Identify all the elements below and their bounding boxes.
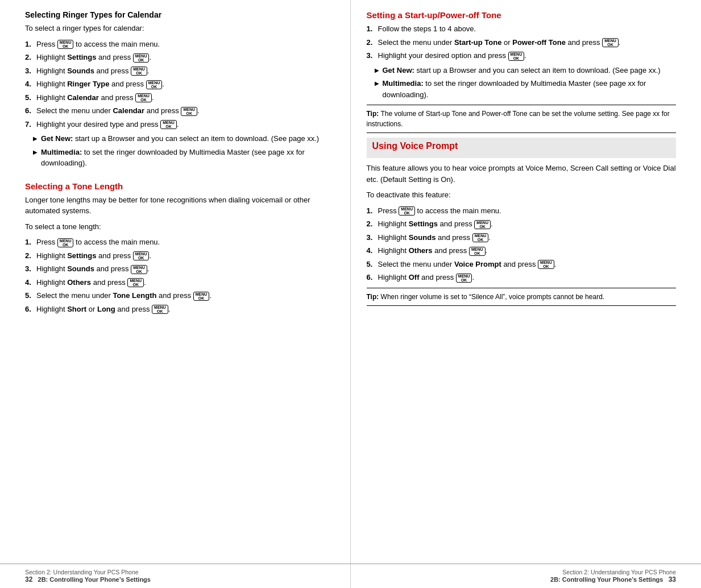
voice-prompt-section: Using Voice Prompt This feature allows y… — [367, 138, 677, 306]
footer-left-page: 32 2B: Controlling Your Phone’s Settings — [25, 575, 151, 583]
footer: Section 2: Understanding Your PCS Phone … — [0, 564, 701, 588]
list-item: 2. Select the menu under Start-up Tone o… — [367, 37, 677, 48]
menu-ok-icon: MENUOK — [469, 247, 486, 256]
tip1-box: Tip: The volume of Start-up Tone and Pow… — [367, 105, 677, 133]
list-item: 1. Press MENUOK to access the main menu. — [25, 237, 334, 248]
list-item: Get New: start up a Browser and you can … — [375, 65, 677, 76]
startup-tone-section: Setting a Start-up/Power-off Tone 1. Fol… — [367, 10, 677, 133]
tone-length-section: Selecting a Tone Length Longer tone leng… — [25, 181, 334, 315]
menu-ok-icon: MENUOK — [193, 292, 210, 301]
footer-left-page-label: 2B: Controlling Your Phone’s Settings — [38, 576, 151, 583]
footer-right-section: Section 2: Understanding Your PCS Phone — [550, 569, 676, 575]
startup-tone-steps: 1. Follow the steps 1 to 4 above. 2. Sel… — [367, 23, 677, 61]
menu-ok-icon: MENUOK — [131, 265, 147, 274]
list-item: 3. Highlight your desired option and pre… — [367, 50, 677, 61]
ringer-types-intro: To select a ringer types for calendar: — [25, 23, 334, 34]
menu-ok-icon: MENUOK — [456, 274, 472, 283]
list-item: 6. Highlight Short or Long and press MEN… — [25, 304, 334, 315]
menu-ok-icon: MENUOK — [127, 278, 144, 287]
list-item: Multimedia: to set the ringer downloaded… — [33, 147, 334, 169]
right-column: Setting a Start-up/Power-off Tone 1. Fol… — [351, 0, 702, 588]
list-item: 1. Press MENUOK to access the main menu. — [25, 39, 334, 50]
list-item: 7. Highlight your desired type and press… — [25, 119, 334, 130]
menu-ok-icon: MENUOK — [602, 38, 619, 47]
voice-prompt-steps: 1. Press MENUOK to access the main menu.… — [367, 205, 677, 283]
voice-prompt-intro2: To deactivate this feature: — [367, 189, 677, 201]
footer-right: Section 2: Understanding Your PCS Phone … — [550, 569, 676, 583]
list-item: 2. Highlight Settings and press MENUOK. — [367, 218, 677, 230]
list-item: 1. Press MENUOK to access the main menu. — [367, 205, 677, 217]
list-item: 1. Follow the steps 1 to 4 above. — [367, 23, 677, 35]
startup-tone-bullets: Get New: start up a Browser and you can … — [375, 65, 677, 101]
list-item: 5. Select the menu under Tone Length and… — [25, 290, 334, 301]
left-column: Selecting Ringer Types for Calendar To s… — [0, 0, 351, 588]
list-item: 6. Select the menu under Calendar and pr… — [25, 105, 334, 117]
menu-ok-icon: MENUOK — [399, 206, 415, 216]
footer-left-section: Section 2: Understanding Your PCS Phone — [25, 569, 151, 575]
ringer-types-bullets: Get New: start up a Browser and you can … — [33, 133, 334, 169]
menu-ok-icon: MENUOK — [146, 80, 163, 89]
ringer-types-section: Selecting Ringer Types for Calendar To s… — [25, 10, 334, 169]
list-item: 5. Select the menu under Voice Prompt an… — [367, 259, 677, 270]
list-item: 3. Highlight Sounds and press MENUOK. — [25, 65, 334, 77]
list-item: 2. Highlight Settings and press MENUOK. — [25, 250, 334, 262]
footer-right-page-num: 33 — [669, 575, 676, 583]
tip2-label: Tip: — [367, 293, 379, 301]
menu-ok-icon: MENUOK — [538, 260, 554, 269]
footer-left-page-num: 32 — [25, 575, 32, 583]
tip1-text: The volume of Start-up Tone and Power-of… — [367, 110, 670, 128]
tone-length-intro2: To select a tone length: — [25, 221, 334, 233]
list-item: 6. Highlight Off and press MENUOK. — [367, 272, 677, 283]
menu-ok-icon: MENUOK — [133, 53, 150, 63]
tip1-label: Tip: — [367, 110, 379, 118]
menu-ok-icon: MENUOK — [131, 67, 147, 76]
list-item: 4. Highlight Others and press MENUOK. — [367, 245, 677, 256]
menu-ok-icon: MENUOK — [160, 120, 177, 129]
tip2-box: Tip: When ringer volume is set to “Silen… — [367, 288, 677, 306]
startup-tone-title: Setting a Start-up/Power-off Tone — [367, 10, 677, 20]
tip2-text: When ringer volume is set to “Silence Al… — [379, 293, 604, 301]
menu-ok-icon: MENUOK — [135, 93, 152, 102]
tone-length-title: Selecting a Tone Length — [25, 181, 334, 191]
list-item: Multimedia: to set the ringer downloaded… — [375, 78, 677, 100]
menu-ok-icon: MENUOK — [472, 233, 489, 242]
menu-ok-icon: MENUOK — [152, 305, 168, 314]
menu-ok-icon: MENUOK — [133, 251, 150, 260]
page-container: Selecting Ringer Types for Calendar To s… — [0, 0, 701, 588]
voice-prompt-header: Using Voice Prompt — [367, 138, 677, 158]
ringer-types-title: Selecting Ringer Types for Calendar — [25, 10, 334, 19]
menu-ok-icon: MENUOK — [57, 40, 74, 49]
list-item: 5. Highlight Calendar and press MENUOK. — [25, 92, 334, 103]
footer-right-page-label: 2B: Controlling Your Phone’s Settings — [550, 576, 663, 583]
footer-right-page: 2B: Controlling Your Phone’s Settings 33 — [550, 575, 676, 583]
list-item: 4. Highlight Ringer Type and press MENUO… — [25, 78, 334, 90]
tone-length-intro1: Longer tone lengths may be better for to… — [25, 194, 334, 217]
menu-ok-icon: MENUOK — [181, 107, 197, 116]
list-item: 3. Highlight Sounds and press MENUOK. — [367, 232, 677, 243]
list-item: 2. Highlight Settings and press MENUOK. — [25, 52, 334, 63]
menu-ok-icon: MENUOK — [474, 220, 491, 229]
menu-ok-icon: MENUOK — [57, 238, 74, 247]
list-item: Get New: start up a Browser and you can … — [33, 133, 334, 144]
voice-prompt-intro1: This feature allows you to hear voice pr… — [367, 163, 677, 185]
tone-length-steps: 1. Press MENUOK to access the main menu.… — [25, 237, 334, 314]
menu-ok-icon: MENUOK — [508, 52, 525, 61]
ringer-types-steps: 1. Press MENUOK to access the main menu.… — [25, 39, 334, 130]
footer-left: Section 2: Understanding Your PCS Phone … — [25, 569, 151, 583]
list-item: 3. Highlight Sounds and press MENUOK. — [25, 263, 334, 275]
list-item: 4. Highlight Others and press MENUOK. — [25, 277, 334, 288]
voice-prompt-title: Using Voice Prompt — [372, 141, 671, 151]
